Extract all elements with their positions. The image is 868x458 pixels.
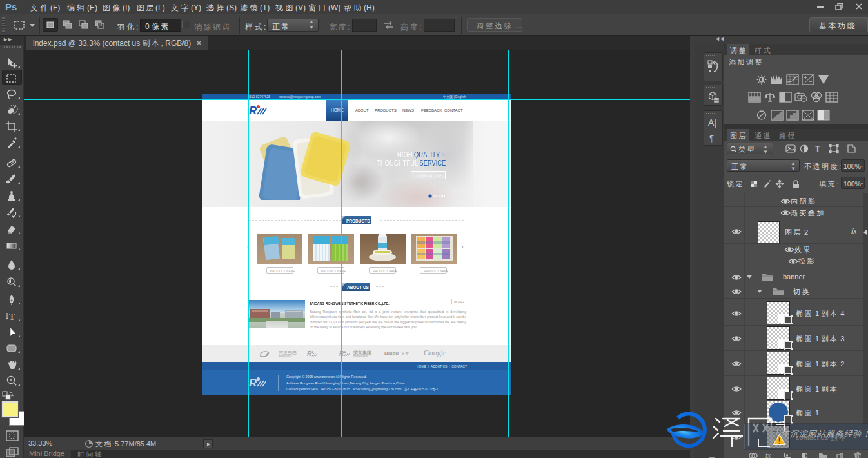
svg-text:R: R [249,377,257,389]
svg-text:R: R [307,350,312,357]
svg-text:T: T [9,312,15,322]
svg-text:R: R [249,105,257,117]
svg-text:T: T [815,144,820,154]
svg-text:R: R [339,350,344,357]
